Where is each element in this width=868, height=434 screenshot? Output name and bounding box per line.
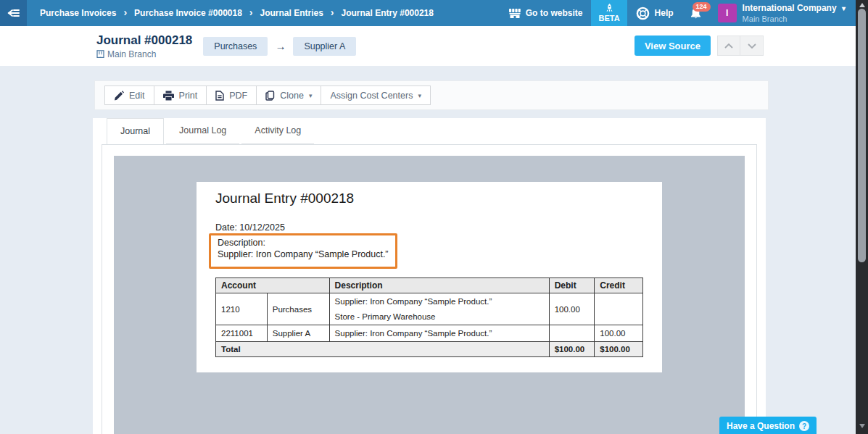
debit-cell: 100.00 (549, 293, 595, 325)
help-label: Help (655, 8, 674, 18)
account-code-cell: 1210 (216, 293, 268, 325)
scrollbar-thumb[interactable] (858, 9, 866, 262)
description-label: Description: (218, 237, 389, 249)
flow-arrow-icon: → (275, 40, 286, 52)
top-navbar: Purchase Invoices › Purchase Invoice #00… (0, 0, 856, 26)
debit-cell (549, 325, 595, 342)
caret-down-icon: ▾ (418, 92, 421, 99)
action-toolbar: Edit Print (94, 80, 769, 110)
copy-icon (265, 91, 275, 101)
pdf-button[interactable]: PDF (206, 85, 257, 105)
breadcrumb-item-journal-entry[interactable]: Journal Entry #000218 (342, 8, 434, 18)
go-to-website-label: Go to website (526, 8, 583, 18)
company-menu[interactable]: International Company ▾ Main Branch (743, 0, 856, 26)
description-value: Supplier: Iron Company “Sample Product.” (218, 249, 389, 260)
go-to-website-link[interactable]: Go to website (500, 0, 592, 26)
account-name-cell: Supplier A (267, 325, 329, 342)
notifications-button[interactable]: 124 (682, 0, 714, 26)
journal-entries-table: Account Description Debit Credit 1210 (215, 277, 643, 357)
toolbar-button-group: Edit Print (104, 85, 430, 105)
print-button[interactable]: Print (154, 85, 207, 105)
scroll-down-button[interactable] (856, 424, 868, 431)
journal-tab-panel: Journal Entry #000218 Date: 10/12/2025 D… (102, 144, 757, 434)
question-mark-icon: ? (799, 421, 809, 431)
navbar-right: Go to website BETA (500, 0, 856, 26)
tab-journal-log[interactable]: Journal Log (166, 118, 239, 144)
breadcrumb-item-purchase-invoice[interactable]: Purchase Invoice #000018 (134, 8, 242, 18)
beta-label: BETA (598, 14, 619, 22)
notification-count-badge: 124 (693, 2, 711, 12)
storefront-icon (509, 9, 521, 18)
breadcrumb-separator-icon: › (249, 7, 253, 18)
total-label-cell: Total (216, 342, 550, 357)
column-header-debit: Debit (549, 278, 595, 293)
table-row: 1210 Purchases Supplier: Iron Company “S… (216, 293, 643, 325)
life-ring-icon (636, 7, 650, 20)
page-header: Journal #000218 Main Branch (0, 26, 856, 66)
description-cell: Supplier: Iron Company “Sample Product.” (329, 325, 549, 342)
credit-cell (595, 293, 643, 325)
application-window: Purchase Invoices › Purchase Invoice #00… (0, 0, 868, 434)
building-icon (96, 50, 104, 58)
description-cell: Supplier: Iron Company “Sample Product.”… (329, 293, 549, 325)
account-code-cell: 2211001 (216, 325, 268, 342)
chevron-up-icon (724, 43, 733, 49)
column-header-credit: Credit (595, 278, 643, 293)
document-title: Journal Entry #000218 (215, 191, 643, 206)
header-actions: View Source (635, 36, 764, 56)
assign-cost-centers-button[interactable]: Assign Cost Centers ▾ (321, 85, 430, 105)
journal-tabs: Journal Journal Log Activity Log (93, 118, 766, 144)
document-preview-area: Journal Entry #000218 Date: 10/12/2025 D… (114, 156, 745, 434)
edit-button[interactable]: Edit (104, 85, 154, 105)
flow-from-pill[interactable]: Purchases (203, 37, 268, 56)
help-menu[interactable]: Help (627, 0, 682, 26)
column-header-account: Account (216, 278, 330, 293)
company-name: International Company ▾ (743, 3, 846, 14)
have-a-question-button[interactable]: Have a Question ? (719, 417, 817, 434)
branch-indicator[interactable]: Main Branch (96, 49, 192, 59)
journal-document-paper: Journal Entry #000218 Date: 10/12/2025 D… (197, 182, 662, 372)
view-source-button[interactable]: View Source (635, 36, 711, 56)
caret-down-icon: ▾ (309, 92, 313, 99)
scroll-up-arrow-icon (859, 3, 865, 7)
collapse-menu-icon (7, 8, 21, 18)
description-highlight-annotation: Description: Supplier: Iron Company “Sam… (209, 233, 397, 269)
rocket-icon (605, 4, 613, 13)
journal-card: Journal Journal Log Activity Log Journal… (93, 118, 766, 434)
caret-down-icon: ▾ (842, 4, 846, 12)
tab-journal[interactable]: Journal (107, 118, 164, 144)
printer-icon (163, 91, 174, 101)
chevron-down-icon (748, 43, 756, 49)
scrollbar-track[interactable] (856, 0, 868, 434)
breadcrumb: Purchase Invoices › Purchase Invoice #00… (27, 0, 434, 26)
scroll-down-arrow-icon (859, 424, 865, 428)
account-name-cell: Purchases (267, 293, 329, 325)
beta-badge[interactable]: BETA (591, 0, 627, 26)
pencil-icon (114, 91, 124, 101)
next-record-button[interactable] (740, 36, 764, 56)
collapse-sidebar-button[interactable] (0, 0, 27, 26)
credit-cell: 100.00 (595, 325, 643, 342)
journal-flow: Purchases → Supplier A (203, 37, 356, 56)
record-pager (717, 36, 764, 56)
document-date: Date: 10/12/2025 (215, 222, 643, 233)
table-total-row: Total $100.00 $100.00 (216, 342, 643, 357)
tab-activity-log[interactable]: Activity Log (241, 118, 314, 144)
table-row: 2211001 Supplier A Supplier: Iron Compan… (216, 325, 643, 342)
journal-header-block: Journal #000218 Main Branch (96, 33, 192, 59)
company-branch-label: Main Branch (743, 14, 846, 24)
column-header-description: Description (329, 278, 549, 293)
previous-record-button[interactable] (717, 36, 740, 56)
breadcrumb-item-journal-entries[interactable]: Journal Entries (260, 8, 323, 18)
breadcrumb-item-purchase-invoices[interactable]: Purchase Invoices (40, 8, 116, 18)
page-title: Journal #000218 (96, 33, 192, 48)
breadcrumb-separator-icon: › (331, 7, 334, 18)
flow-to-pill[interactable]: Supplier A (293, 37, 356, 56)
branch-label: Main Branch (107, 49, 156, 59)
pdf-file-icon (215, 91, 224, 101)
clone-button[interactable]: Clone ▾ (256, 85, 321, 105)
company-avatar[interactable]: I (718, 4, 737, 22)
page-body: Edit Print (0, 66, 856, 434)
total-credit-cell: $100.00 (595, 342, 643, 357)
total-debit-cell: $100.00 (549, 342, 595, 357)
